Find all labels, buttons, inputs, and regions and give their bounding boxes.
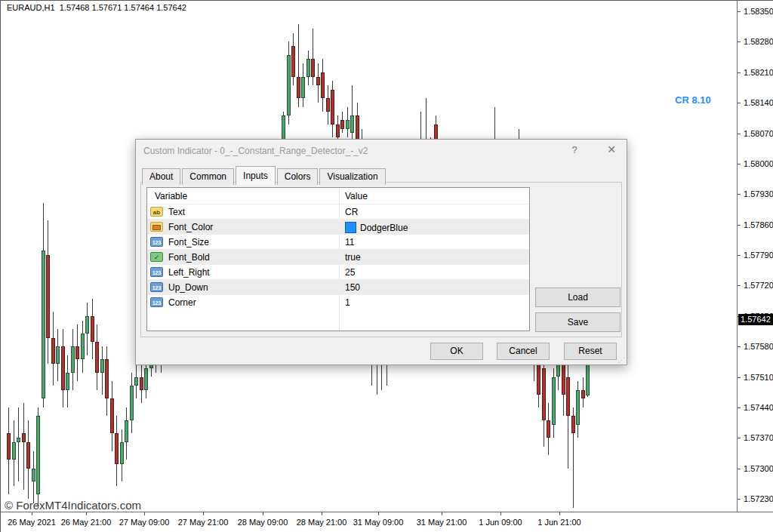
bull-candle: [66, 373, 69, 390]
price-label: 1.57720: [744, 281, 773, 290]
price-label: 1.57930: [744, 189, 773, 198]
table-row[interactable]: ab Text CR: [147, 204, 529, 220]
time-tick: [559, 512, 560, 515]
mt4-chart-window: EURAUD,H1 1.57468 1.57671 1.57464 1.5764…: [0, 0, 773, 532]
table-row[interactable]: ✓ Font_Bold true: [147, 249, 529, 265]
time-label: 27 May 09:00: [119, 518, 170, 527]
param-name: Corner: [168, 297, 196, 308]
time-label: 28 May 09:00: [238, 518, 288, 527]
time-label: 27 May 21:00: [178, 518, 229, 527]
bear-candle: [22, 433, 26, 442]
param-value[interactable]: CR: [345, 207, 358, 217]
bear-candle: [581, 390, 585, 399]
number-parameter-icon: 123: [150, 282, 163, 292]
load-button[interactable]: Load: [535, 288, 621, 307]
candle-wick: [313, 29, 313, 85]
resize-grip-icon[interactable]: ⋰: [618, 357, 625, 363]
tab-inputs[interactable]: Inputs: [236, 166, 276, 185]
price-axis[interactable]: 1.583501.582801.582101.581401.580701.580…: [737, 1, 773, 512]
tab-about[interactable]: About: [142, 168, 180, 185]
price-tick: [738, 72, 741, 73]
bear-candle: [61, 346, 65, 390]
candle-wick: [23, 403, 24, 490]
table-row[interactable]: 123 Left_Right 25: [147, 264, 529, 280]
time-tick: [32, 512, 32, 515]
time-label: 1 Jun 09:00: [479, 518, 522, 527]
price-label: 1.57790: [744, 251, 773, 260]
dialog-title: Custom Indicator - 0_-_Constant_Range_De…: [143, 146, 368, 156]
text-parameter-icon: ab: [150, 207, 163, 217]
bear-candle: [46, 255, 50, 338]
time-label: 28 May 21:00: [297, 518, 347, 527]
chart-symbol-title: EURAUD,H1 1.57468 1.57671 1.57464 1.5764…: [7, 3, 186, 12]
table-row[interactable]: Font_Color DodgerBlue: [147, 219, 529, 235]
bear-candle: [291, 46, 295, 76]
bull-candle: [350, 115, 354, 133]
color-name: DodgerBlue: [360, 223, 408, 233]
table-row[interactable]: 123 Up_Down 150: [147, 279, 529, 295]
param-value[interactable]: DodgerBlue: [345, 222, 408, 233]
price-tick: [738, 377, 741, 378]
reset-button[interactable]: Reset: [564, 343, 617, 360]
bear-candle: [542, 368, 546, 420]
param-name: Text: [168, 207, 185, 217]
symbol-timeframe: EURAUD,H1: [7, 3, 55, 12]
price-label: 1.57860: [744, 220, 773, 229]
price-label: 1.58350: [744, 7, 773, 16]
bear-candle: [562, 364, 565, 394]
cancel-button[interactable]: Cancel: [497, 343, 550, 360]
bear-candle: [340, 120, 344, 129]
param-value[interactable]: 1: [345, 297, 350, 308]
bear-candle: [7, 433, 11, 460]
time-label: 1 Jun 21:00: [537, 518, 581, 527]
ok-button[interactable]: OK: [430, 343, 483, 360]
bull-candle: [71, 346, 75, 373]
bear-candle: [51, 338, 55, 364]
time-tick: [500, 512, 501, 515]
price-tick: [738, 438, 741, 438]
help-icon[interactable]: ?: [568, 144, 581, 155]
watermark-text: © ForexMT4Indicators.com: [5, 499, 141, 512]
price-tick: [738, 164, 741, 165]
bull-candle: [552, 377, 556, 425]
price-label: 1.57580: [744, 342, 773, 351]
price-tick: [738, 407, 741, 408]
time-tick: [322, 512, 322, 515]
table-row[interactable]: 123 Corner 1: [147, 294, 529, 310]
bull-candle: [36, 416, 40, 494]
bear-candle: [547, 420, 550, 438]
bull-candle: [56, 346, 60, 364]
param-value[interactable]: true: [345, 252, 361, 263]
bull-candle: [81, 334, 85, 360]
time-tick: [378, 512, 379, 515]
bear-candle: [311, 59, 315, 76]
price-tick: [738, 469, 741, 469]
boolean-parameter-icon: ✓: [150, 252, 163, 262]
bull-candle: [100, 359, 104, 372]
param-value[interactable]: 25: [345, 267, 355, 278]
param-value[interactable]: 11: [345, 237, 354, 248]
dodgerblue-color-swatch: [345, 222, 356, 233]
close-icon[interactable]: ✕: [604, 143, 619, 155]
tab-common[interactable]: Common: [182, 168, 234, 185]
tab-colors[interactable]: Colors: [277, 168, 319, 185]
price-label: 1.58210: [744, 68, 773, 77]
header-value: Value: [345, 191, 368, 201]
bear-candle: [75, 346, 79, 359]
save-button[interactable]: Save: [535, 312, 621, 332]
tab-visualization[interactable]: Visualization: [319, 168, 385, 185]
time-axis[interactable]: 26 May 202126 May 21:0027 May 09:0027 Ma…: [1, 512, 773, 532]
table-header: Variable Value: [147, 188, 529, 204]
time-tick: [86, 512, 87, 515]
dialog-titlebar[interactable]: Custom Indicator - 0_-_Constant_Range_De…: [136, 140, 627, 162]
price-label: 1.58000: [744, 159, 773, 168]
price-label: 1.57300: [744, 464, 773, 473]
price-label: 1.57230: [744, 494, 773, 503]
bull-candle: [301, 77, 305, 99]
param-value[interactable]: 150: [345, 282, 360, 293]
price-label: 1.57370: [744, 433, 773, 442]
current-price-tag: 1.57642: [738, 314, 773, 325]
table-row[interactable]: 123 Font_Size 11: [147, 234, 529, 250]
time-tick: [203, 512, 204, 515]
price-tick: [738, 346, 741, 347]
